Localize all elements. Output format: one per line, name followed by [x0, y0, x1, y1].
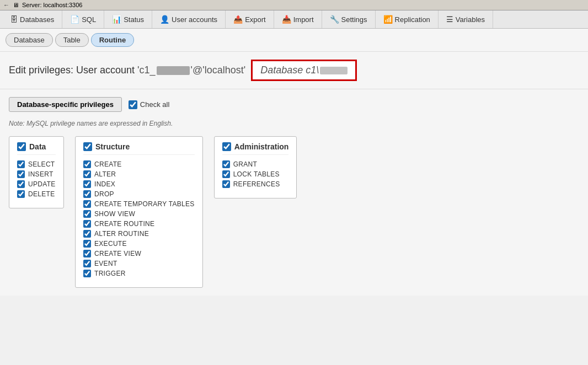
data-group-checkbox[interactable]: [17, 142, 26, 151]
priv-item: SHOW VIEW: [83, 210, 195, 218]
settings-icon: 🔧: [330, 15, 339, 24]
create-temp-tables-label: CREATE TEMPORARY TABLES: [94, 200, 195, 208]
nav-tab-user-accounts[interactable]: 👤 User accounts: [152, 10, 226, 28]
sub-tabs-bar: Database Table Routine: [0, 29, 588, 52]
execute-label: EXECUTE: [94, 240, 127, 248]
structure-group-checkbox[interactable]: [83, 142, 92, 151]
update-label: UPDATE: [28, 180, 56, 188]
priv-item: TRIGGER: [83, 270, 195, 277]
user-accounts-icon: 👤: [160, 15, 169, 24]
index-label: INDEX: [94, 180, 115, 188]
subtab-table[interactable]: Table: [55, 33, 89, 47]
create-routine-label: CREATE ROUTINE: [94, 220, 154, 228]
trigger-label: TRIGGER: [94, 270, 126, 277]
nav-tab-import[interactable]: 📥 Import: [274, 10, 322, 28]
priv-item: REFERENCES: [222, 180, 289, 188]
lock-tables-label: LOCK TABLES: [233, 170, 280, 178]
database-specific-privileges-button[interactable]: Database-specific privileges: [9, 97, 122, 112]
alter-routine-checkbox[interactable]: [83, 230, 91, 238]
create-checkbox[interactable]: [83, 160, 91, 168]
heading-prefix: Edit privileges: User account: [9, 65, 137, 76]
execute-checkbox[interactable]: [83, 240, 91, 248]
event-checkbox[interactable]: [83, 260, 91, 267]
priv-group-structure-header: Structure: [83, 142, 195, 155]
priv-item: ALTER: [83, 170, 195, 178]
check-all-wrapper: Check all: [129, 100, 169, 109]
priv-item: DELETE: [17, 190, 56, 198]
update-checkbox[interactable]: [17, 180, 25, 188]
mysql-note: Note: MySQL privilege names are expresse…: [9, 120, 579, 127]
show-view-checkbox[interactable]: [83, 210, 91, 218]
create-view-checkbox[interactable]: [83, 250, 91, 257]
status-icon: 📊: [112, 15, 121, 24]
priv-item: EVENT: [83, 260, 195, 267]
nav-tab-export[interactable]: 📤 Export: [226, 10, 274, 28]
variables-icon: ☰: [446, 15, 453, 24]
databases-icon: 🗄: [10, 15, 18, 24]
priv-item: CREATE: [83, 160, 195, 168]
select-checkbox[interactable]: [17, 160, 25, 168]
insert-label: INSERT: [28, 170, 54, 178]
nav-tab-replication[interactable]: 📶 Replication: [376, 10, 439, 28]
references-checkbox[interactable]: [222, 180, 230, 188]
grant-checkbox[interactable]: [222, 160, 230, 168]
nav-tab-variables[interactable]: ☰ Variables: [439, 10, 493, 28]
priv-group-data-header: Data: [17, 142, 56, 155]
privileges-toolbar: Database-specific privileges Check all: [9, 97, 579, 112]
database-highlight: Database c1\: [251, 60, 357, 81]
replication-icon: 📶: [383, 15, 393, 24]
page-heading: Edit privileges: User account 'c1_'@'loc…: [0, 52, 588, 89]
priv-group-structure: Structure CREATE ALTER INDEX DROP CREATE…: [75, 136, 203, 288]
nav-tab-databases[interactable]: 🗄 Databases: [2, 10, 62, 28]
create-view-label: CREATE VIEW: [94, 250, 141, 257]
nav-tab-settings[interactable]: 🔧 Settings: [322, 10, 376, 28]
check-all-label[interactable]: Check all: [140, 100, 169, 109]
priv-item: GRANT: [222, 160, 289, 168]
lock-tables-checkbox[interactable]: [222, 170, 230, 178]
back-button[interactable]: ←: [3, 2, 9, 8]
sql-icon: 📄: [70, 15, 79, 24]
grant-label: GRANT: [233, 160, 258, 168]
alter-routine-label: ALTER ROUTINE: [94, 230, 149, 238]
drop-label: DROP: [94, 190, 114, 198]
index-checkbox[interactable]: [83, 180, 91, 188]
priv-item: CREATE TEMPORARY TABLES: [83, 200, 195, 208]
priv-group-data: Data SELECT INSERT UPDATE DELETE: [9, 136, 64, 208]
export-icon: 📤: [233, 15, 243, 24]
priv-group-administration: Administration GRANT LOCK TABLES REFEREN…: [214, 136, 297, 198]
priv-item: ALTER ROUTINE: [83, 230, 195, 238]
priv-item: CREATE ROUTINE: [83, 220, 195, 228]
select-label: SELECT: [28, 160, 55, 168]
administration-group-checkbox[interactable]: [222, 142, 231, 151]
content-area: Database-specific privileges Check all N…: [0, 89, 588, 296]
heading-user: 'c1_'@'localhost': [137, 65, 245, 76]
server-title: Server: localhost:3306: [22, 2, 82, 8]
insert-checkbox[interactable]: [17, 170, 25, 178]
main-nav: 🗄 Databases 📄 SQL 📊 Status 👤 User accoun…: [0, 10, 588, 29]
subtab-database[interactable]: Database: [6, 33, 53, 47]
priv-item: SELECT: [17, 160, 56, 168]
import-icon: 📥: [282, 15, 291, 24]
priv-item: LOCK TABLES: [222, 170, 289, 178]
title-bar: ← 🖥 Server: localhost:3306: [0, 0, 588, 10]
priv-item: INSERT: [17, 170, 56, 178]
check-all-checkbox[interactable]: [129, 100, 137, 109]
subtab-routine[interactable]: Routine: [91, 33, 134, 47]
nav-tab-status[interactable]: 📊 Status: [104, 10, 152, 28]
references-label: REFERENCES: [233, 180, 280, 188]
server-icon: 🖥: [13, 2, 19, 8]
privilege-groups: Data SELECT INSERT UPDATE DELETE: [9, 136, 579, 288]
priv-group-administration-header: Administration: [222, 142, 289, 155]
nav-tab-sql[interactable]: 📄 SQL: [62, 10, 104, 28]
create-label: CREATE: [94, 160, 122, 168]
event-label: EVENT: [94, 260, 117, 267]
create-temp-tables-checkbox[interactable]: [83, 200, 91, 208]
create-routine-checkbox[interactable]: [83, 220, 91, 228]
priv-item: EXECUTE: [83, 240, 195, 248]
delete-checkbox[interactable]: [17, 190, 25, 198]
drop-checkbox[interactable]: [83, 190, 91, 198]
priv-item: DROP: [83, 190, 195, 198]
priv-item: INDEX: [83, 180, 195, 188]
trigger-checkbox[interactable]: [83, 270, 91, 277]
alter-checkbox[interactable]: [83, 170, 91, 178]
